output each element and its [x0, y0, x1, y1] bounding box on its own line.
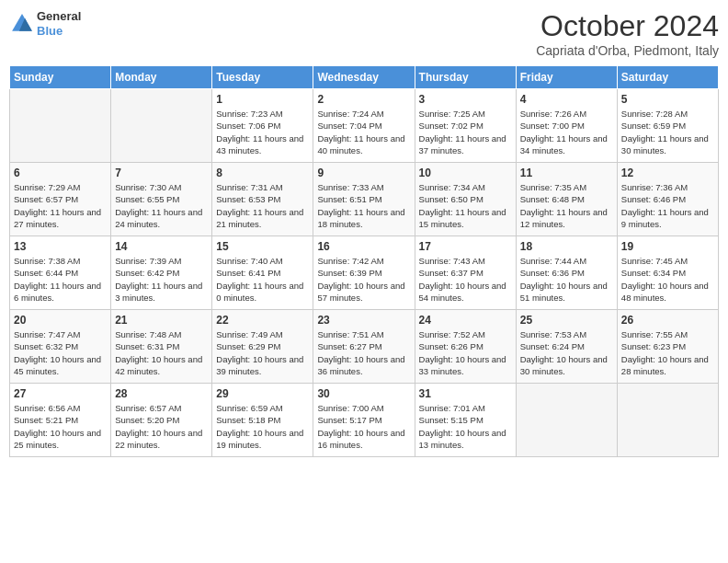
calendar-cell: 30Sunrise: 7:00 AMSunset: 5:17 PMDayligh… — [313, 384, 415, 457]
calendar-cell: 14Sunrise: 7:39 AMSunset: 6:42 PMDayligh… — [111, 236, 212, 310]
day-number: 3 — [419, 93, 512, 106]
calendar-body: 1Sunrise: 7:23 AMSunset: 7:06 PMDaylight… — [10, 89, 719, 457]
calendar-cell: 1Sunrise: 7:23 AMSunset: 7:06 PMDaylight… — [212, 89, 313, 163]
calendar-day-header: Monday — [111, 66, 212, 89]
day-number: 30 — [317, 387, 410, 400]
day-info: Sunrise: 7:35 AMSunset: 6:48 PMDaylight:… — [520, 181, 613, 230]
day-info: Sunrise: 7:45 AMSunset: 6:34 PMDaylight:… — [621, 255, 714, 304]
day-number: 23 — [317, 314, 410, 327]
day-number: 9 — [317, 167, 410, 179]
day-number: 10 — [419, 167, 512, 179]
day-info: Sunrise: 7:53 AMSunset: 6:24 PMDaylight:… — [520, 328, 613, 377]
day-number: 22 — [216, 314, 309, 327]
calendar-cell: 18Sunrise: 7:44 AMSunset: 6:36 PMDayligh… — [516, 236, 617, 310]
day-number: 17 — [419, 240, 512, 253]
day-info: Sunrise: 7:38 AMSunset: 6:44 PMDaylight:… — [14, 255, 107, 304]
day-number: 12 — [621, 167, 714, 179]
day-info: Sunrise: 6:59 AMSunset: 5:18 PMDaylight:… — [216, 402, 309, 451]
calendar-cell: 27Sunrise: 6:56 AMSunset: 5:21 PMDayligh… — [10, 384, 111, 457]
calendar-cell: 22Sunrise: 7:49 AMSunset: 6:29 PMDayligh… — [212, 310, 313, 384]
day-number: 31 — [419, 387, 512, 400]
page-header: General Blue October 2024 Capriata d'Orb… — [9, 9, 719, 58]
calendar-cell: 19Sunrise: 7:45 AMSunset: 6:34 PMDayligh… — [617, 236, 718, 310]
calendar-table: SundayMondayTuesdayWednesdayThursdayFrid… — [9, 65, 719, 457]
day-info: Sunrise: 7:33 AMSunset: 6:51 PMDaylight:… — [317, 181, 410, 230]
calendar-cell: 5Sunrise: 7:28 AMSunset: 6:59 PMDaylight… — [617, 89, 718, 163]
calendar-cell: 26Sunrise: 7:55 AMSunset: 6:23 PMDayligh… — [617, 310, 718, 384]
calendar-cell: 29Sunrise: 6:59 AMSunset: 5:18 PMDayligh… — [212, 384, 313, 457]
day-info: Sunrise: 7:01 AMSunset: 5:15 PMDaylight:… — [419, 402, 512, 451]
day-info: Sunrise: 7:36 AMSunset: 6:46 PMDaylight:… — [621, 181, 714, 230]
calendar-cell: 17Sunrise: 7:43 AMSunset: 6:37 PMDayligh… — [415, 236, 516, 310]
calendar-cell: 20Sunrise: 7:47 AMSunset: 6:32 PMDayligh… — [10, 310, 111, 384]
day-number: 25 — [520, 314, 613, 327]
day-info: Sunrise: 7:51 AMSunset: 6:27 PMDaylight:… — [317, 328, 410, 377]
day-info: Sunrise: 7:29 AMSunset: 6:57 PMDaylight:… — [14, 181, 107, 230]
calendar-cell — [617, 384, 718, 457]
calendar-cell: 16Sunrise: 7:42 AMSunset: 6:39 PMDayligh… — [313, 236, 415, 310]
day-info: Sunrise: 7:28 AMSunset: 6:59 PMDaylight:… — [621, 108, 714, 156]
day-number: 20 — [14, 314, 107, 327]
day-info: Sunrise: 7:23 AMSunset: 7:06 PMDaylight:… — [216, 108, 309, 156]
day-number: 11 — [520, 167, 613, 179]
month-title: October 2024 — [536, 9, 719, 43]
calendar-day-header: Saturday — [617, 66, 718, 89]
day-number: 16 — [317, 240, 410, 253]
day-number: 5 — [621, 93, 714, 106]
day-info: Sunrise: 6:57 AMSunset: 5:20 PMDaylight:… — [115, 402, 208, 451]
day-info: Sunrise: 6:56 AMSunset: 5:21 PMDaylight:… — [14, 402, 107, 451]
day-info: Sunrise: 7:24 AMSunset: 7:04 PMDaylight:… — [317, 108, 410, 156]
calendar-week-row: 27Sunrise: 6:56 AMSunset: 5:21 PMDayligh… — [10, 384, 719, 457]
calendar-week-row: 20Sunrise: 7:47 AMSunset: 6:32 PMDayligh… — [10, 310, 719, 384]
logo-icon — [9, 11, 35, 37]
day-number: 2 — [317, 93, 410, 106]
day-number: 18 — [520, 240, 613, 253]
day-info: Sunrise: 7:47 AMSunset: 6:32 PMDaylight:… — [14, 328, 107, 377]
day-info: Sunrise: 7:43 AMSunset: 6:37 PMDaylight:… — [419, 255, 512, 304]
calendar-cell: 9Sunrise: 7:33 AMSunset: 6:51 PMDaylight… — [313, 163, 415, 236]
day-info: Sunrise: 7:34 AMSunset: 6:50 PMDaylight:… — [419, 181, 512, 230]
calendar-cell: 31Sunrise: 7:01 AMSunset: 5:15 PMDayligh… — [415, 384, 516, 457]
calendar-cell: 4Sunrise: 7:26 AMSunset: 7:00 PMDaylight… — [516, 89, 617, 163]
calendar-cell: 15Sunrise: 7:40 AMSunset: 6:41 PMDayligh… — [212, 236, 313, 310]
day-info: Sunrise: 7:31 AMSunset: 6:53 PMDaylight:… — [216, 181, 309, 230]
calendar-cell: 12Sunrise: 7:36 AMSunset: 6:46 PMDayligh… — [617, 163, 718, 236]
calendar-cell: 24Sunrise: 7:52 AMSunset: 6:26 PMDayligh… — [415, 310, 516, 384]
calendar-cell — [10, 89, 111, 163]
day-number: 27 — [14, 387, 107, 400]
day-info: Sunrise: 7:42 AMSunset: 6:39 PMDaylight:… — [317, 255, 410, 304]
day-info: Sunrise: 7:00 AMSunset: 5:17 PMDaylight:… — [317, 402, 410, 451]
day-number: 1 — [216, 93, 309, 106]
day-info: Sunrise: 7:26 AMSunset: 7:00 PMDaylight:… — [520, 108, 613, 156]
day-number: 8 — [216, 167, 309, 179]
calendar-cell: 23Sunrise: 7:51 AMSunset: 6:27 PMDayligh… — [313, 310, 415, 384]
calendar-day-header: Friday — [516, 66, 617, 89]
calendar-cell: 8Sunrise: 7:31 AMSunset: 6:53 PMDaylight… — [212, 163, 313, 236]
calendar-cell: 2Sunrise: 7:24 AMSunset: 7:04 PMDaylight… — [313, 89, 415, 163]
day-number: 14 — [115, 240, 208, 253]
calendar-day-header: Wednesday — [313, 66, 415, 89]
calendar-day-header: Thursday — [415, 66, 516, 89]
calendar-week-row: 6Sunrise: 7:29 AMSunset: 6:57 PMDaylight… — [10, 163, 719, 236]
logo-text: General Blue — [37, 9, 81, 38]
calendar-cell: 7Sunrise: 7:30 AMSunset: 6:55 PMDaylight… — [111, 163, 212, 236]
day-number: 21 — [115, 314, 208, 327]
day-info: Sunrise: 7:40 AMSunset: 6:41 PMDaylight:… — [216, 255, 309, 304]
calendar-cell: 13Sunrise: 7:38 AMSunset: 6:44 PMDayligh… — [10, 236, 111, 310]
title-block: October 2024 Capriata d'Orba, Piedmont, … — [536, 9, 719, 58]
day-number: 19 — [621, 240, 714, 253]
day-info: Sunrise: 7:48 AMSunset: 6:31 PMDaylight:… — [115, 328, 208, 377]
calendar-cell: 10Sunrise: 7:34 AMSunset: 6:50 PMDayligh… — [415, 163, 516, 236]
calendar-cell: 25Sunrise: 7:53 AMSunset: 6:24 PMDayligh… — [516, 310, 617, 384]
location-subtitle: Capriata d'Orba, Piedmont, Italy — [536, 43, 719, 58]
day-number: 7 — [115, 167, 208, 179]
day-number: 26 — [621, 314, 714, 327]
day-info: Sunrise: 7:39 AMSunset: 6:42 PMDaylight:… — [115, 255, 208, 304]
calendar-cell — [516, 384, 617, 457]
day-number: 29 — [216, 387, 309, 400]
calendar-week-row: 13Sunrise: 7:38 AMSunset: 6:44 PMDayligh… — [10, 236, 719, 310]
calendar-day-header: Tuesday — [212, 66, 313, 89]
day-info: Sunrise: 7:52 AMSunset: 6:26 PMDaylight:… — [419, 328, 512, 377]
day-info: Sunrise: 7:30 AMSunset: 6:55 PMDaylight:… — [115, 181, 208, 230]
calendar-header-row: SundayMondayTuesdayWednesdayThursdayFrid… — [10, 66, 719, 89]
